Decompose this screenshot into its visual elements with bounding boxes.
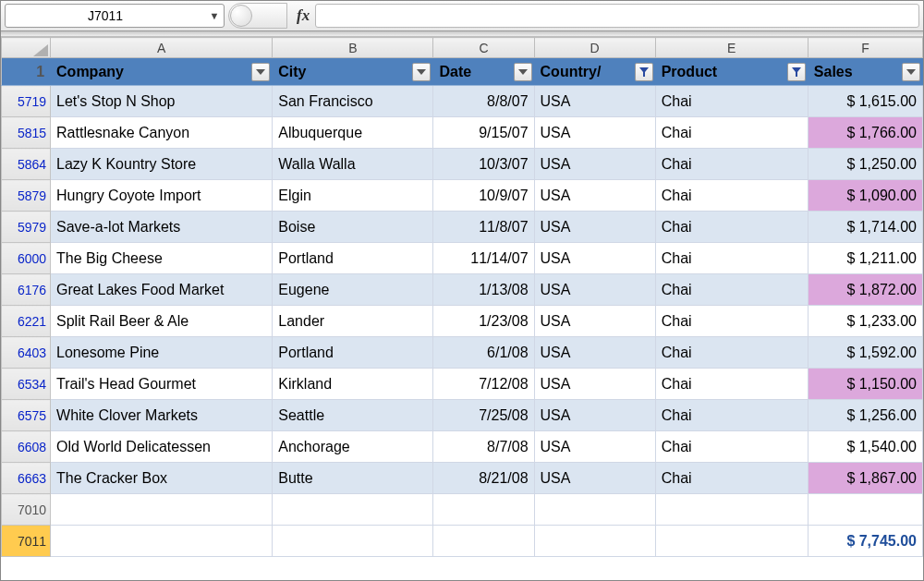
cell-company[interactable]: Rattlesnake Canyon	[51, 117, 273, 149]
name-box[interactable]: J7011 ▼	[5, 4, 225, 28]
row-header[interactable]: 5879	[2, 180, 51, 212]
cell-date[interactable]: 1/23/08	[433, 306, 534, 337]
cell-company[interactable]: Old World Delicatessen	[51, 431, 273, 463]
row-header[interactable]: 6403	[2, 337, 51, 369]
cell-date[interactable]: 10/3/07	[433, 149, 534, 180]
cell-product[interactable]: Chai	[655, 149, 808, 180]
cell-company[interactable]: Trail's Head Gourmet	[51, 369, 273, 400]
cell[interactable]	[655, 494, 808, 526]
cell[interactable]	[655, 526, 808, 557]
cell-city[interactable]: Eugene	[273, 274, 433, 306]
cell-city[interactable]: Walla Walla	[273, 149, 433, 180]
cell-sales[interactable]: $ 1,233.00	[808, 306, 922, 337]
spreadsheet-grid[interactable]: A B C D E F 1 Company City	[1, 37, 923, 580]
cell-country[interactable]: USA	[534, 212, 655, 243]
cell[interactable]	[534, 526, 655, 557]
cell-city[interactable]: Anchorage	[273, 431, 433, 463]
cell-product[interactable]: Chai	[655, 117, 808, 149]
col-header-E[interactable]: E	[655, 38, 808, 58]
cell-company[interactable]: Great Lakes Food Market	[51, 274, 273, 306]
cell[interactable]	[51, 526, 273, 557]
row-header[interactable]: 5979	[2, 212, 51, 243]
cell-sales[interactable]: $ 1,256.00	[808, 400, 922, 431]
cell-city[interactable]: Portland	[273, 243, 433, 274]
cell-date[interactable]: 9/15/07	[433, 117, 534, 149]
cell-country[interactable]: USA	[534, 400, 655, 431]
row-header[interactable]: 6176	[2, 274, 51, 306]
cell-country[interactable]: USA	[534, 243, 655, 274]
row-header[interactable]: 6221	[2, 306, 51, 337]
cell[interactable]	[433, 526, 534, 557]
col-header-F[interactable]: F	[808, 38, 922, 58]
cell-date[interactable]: 8/21/08	[433, 463, 534, 494]
filter-product-button[interactable]	[787, 63, 806, 81]
cell-date[interactable]: 1/13/08	[433, 274, 534, 306]
cell-date[interactable]: 11/14/07	[433, 243, 534, 274]
filter-date-button[interactable]	[514, 63, 532, 81]
cell-city[interactable]: Boise	[273, 212, 433, 243]
cell-date[interactable]: 6/1/08	[433, 337, 534, 369]
row-header[interactable]: 5719	[2, 86, 51, 117]
cell-country[interactable]: USA	[534, 369, 655, 400]
cell-country[interactable]: USA	[534, 86, 655, 117]
cell-country[interactable]: USA	[534, 180, 655, 212]
cell-company[interactable]: White Clover Markets	[51, 400, 273, 431]
cell-product[interactable]: Chai	[655, 463, 808, 494]
cell-country[interactable]: USA	[534, 117, 655, 149]
row-header[interactable]: 6663	[2, 463, 51, 494]
cell-sales[interactable]: $ 1,714.00	[808, 212, 922, 243]
row-header[interactable]: 6608	[2, 431, 51, 463]
cell-product[interactable]: Chai	[655, 400, 808, 431]
select-all-corner[interactable]	[2, 38, 51, 58]
cell-company[interactable]: The Big Cheese	[51, 243, 273, 274]
cell[interactable]	[51, 494, 273, 526]
row-header-7010[interactable]: 7010	[2, 494, 51, 526]
cell-sales[interactable]: $ 1,615.00	[808, 86, 922, 117]
cell-date[interactable]: 7/25/08	[433, 400, 534, 431]
cell-company[interactable]: Let's Stop N Shop	[51, 86, 273, 117]
cell-product[interactable]: Chai	[655, 337, 808, 369]
cell-company[interactable]: Lazy K Kountry Store	[51, 149, 273, 180]
row-header[interactable]: 6534	[2, 369, 51, 400]
col-header-A[interactable]: A	[51, 38, 273, 58]
cell-company[interactable]: The Cracker Box	[51, 463, 273, 494]
row-header[interactable]: 5864	[2, 149, 51, 180]
cell-sales[interactable]: $ 1,872.00	[808, 274, 922, 306]
col-header-C[interactable]: C	[433, 38, 534, 58]
cell-sales[interactable]: $ 1,211.00	[808, 243, 922, 274]
cell-company[interactable]: Split Rail Beer & Ale	[51, 306, 273, 337]
row-header-7011[interactable]: 7011	[2, 526, 51, 557]
row-header-1[interactable]: 1	[2, 58, 51, 86]
cell-sales[interactable]: $ 1,766.00	[808, 117, 922, 149]
chevron-down-icon[interactable]: ▼	[205, 10, 224, 21]
cell-city[interactable]: Elgin	[273, 180, 433, 212]
cell-company[interactable]: Hungry Coyote Import	[51, 180, 273, 212]
cell-sales[interactable]: $ 1,090.00	[808, 180, 922, 212]
cell-company[interactable]: Save-a-lot Markets	[51, 212, 273, 243]
cell-product[interactable]: Chai	[655, 243, 808, 274]
cell-city[interactable]: Butte	[273, 463, 433, 494]
cell-product[interactable]: Chai	[655, 180, 808, 212]
cell-country[interactable]: USA	[534, 337, 655, 369]
cell-date[interactable]: 7/12/08	[433, 369, 534, 400]
cell-city[interactable]: Kirkland	[273, 369, 433, 400]
cell-sales[interactable]: $ 1,150.00	[808, 369, 922, 400]
cell-sales[interactable]: $ 1,250.00	[808, 149, 922, 180]
cell-total-sales[interactable]: $ 7,745.00	[808, 526, 922, 557]
filter-sales-button[interactable]	[902, 63, 920, 81]
fx-label[interactable]: fx	[287, 6, 315, 25]
cell-product[interactable]: Chai	[655, 86, 808, 117]
cell-country[interactable]: USA	[534, 149, 655, 180]
row-header[interactable]: 6575	[2, 400, 51, 431]
row-header[interactable]: 5815	[2, 117, 51, 149]
cell-product[interactable]: Chai	[655, 212, 808, 243]
cell[interactable]	[273, 494, 433, 526]
cell-date[interactable]: 10/9/07	[433, 180, 534, 212]
cell-city[interactable]: Portland	[273, 337, 433, 369]
filter-city-button[interactable]	[412, 63, 431, 81]
cell-city[interactable]: Lander	[273, 306, 433, 337]
cell-date[interactable]: 11/8/07	[433, 212, 534, 243]
col-header-B[interactable]: B	[273, 38, 433, 58]
cell-sales[interactable]: $ 1,592.00	[808, 337, 922, 369]
cell-city[interactable]: San Francisco	[273, 86, 433, 117]
